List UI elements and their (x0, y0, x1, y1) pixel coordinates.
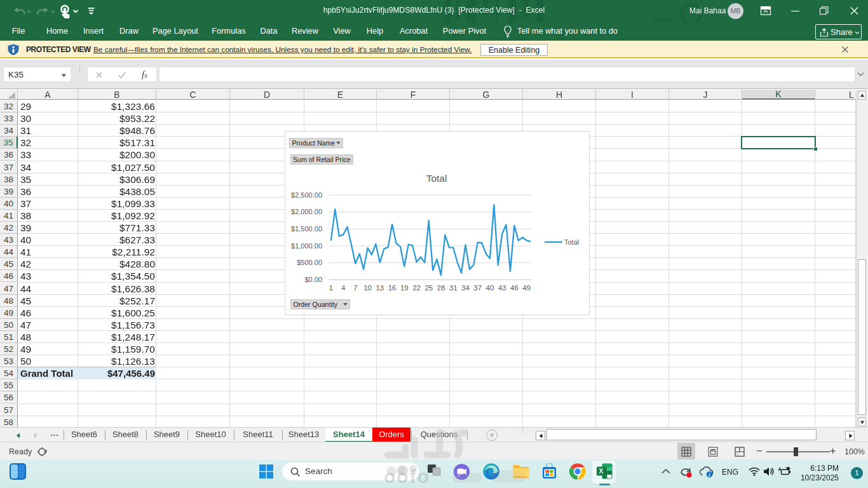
svg-text:46: 46 (510, 284, 519, 292)
svg-text:34: 34 (461, 284, 470, 292)
svg-text:Product Name: Product Name (292, 139, 336, 147)
svg-text:43: 43 (498, 284, 506, 292)
svg-text:16: 16 (388, 284, 397, 292)
svg-text:25: 25 (424, 284, 433, 292)
svg-text:Total: Total (426, 173, 447, 184)
svg-text:$0.00: $0.00 (304, 276, 322, 283)
svg-text:$2,500.00: $2,500.00 (291, 191, 322, 199)
svg-text:$2,000.00: $2,000.00 (291, 208, 322, 215)
svg-text:1: 1 (329, 284, 333, 292)
svg-text:40: 40 (486, 284, 494, 292)
svg-text:$1,500.00: $1,500.00 (291, 225, 322, 233)
svg-text:Total: Total (564, 238, 579, 246)
svg-text:Sum of Retail Price: Sum of Retail Price (293, 156, 351, 163)
svg-text:10: 10 (363, 284, 372, 292)
svg-text:31: 31 (449, 284, 458, 292)
svg-text:22: 22 (412, 284, 421, 292)
svg-text:$500.00: $500.00 (297, 259, 322, 266)
svg-text:$1,000.00: $1,000.00 (291, 242, 322, 250)
svg-text:19: 19 (400, 284, 409, 292)
svg-text:Order Quantity: Order Quantity (294, 301, 338, 308)
svg-text:49: 49 (522, 284, 531, 292)
svg-text:4: 4 (341, 284, 346, 292)
svg-text:13: 13 (376, 284, 384, 292)
svg-text:28: 28 (437, 284, 445, 292)
svg-text:7: 7 (353, 284, 357, 292)
svg-text:37: 37 (473, 284, 482, 292)
